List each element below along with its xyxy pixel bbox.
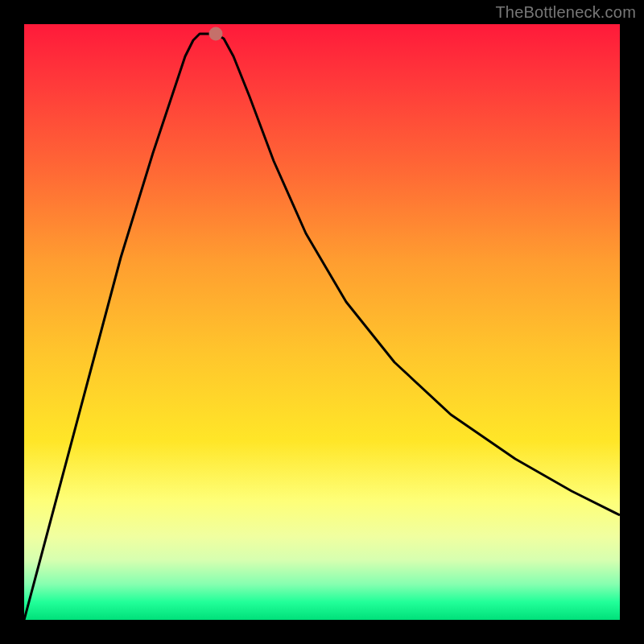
curve-svg: [24, 24, 620, 620]
minimum-marker: [209, 27, 223, 41]
watermark-text: TheBottleneck.com: [495, 3, 636, 22]
plot-area: [24, 24, 620, 620]
chart-frame: TheBottleneck.com: [0, 0, 644, 644]
bottleneck-curve: [24, 34, 620, 620]
